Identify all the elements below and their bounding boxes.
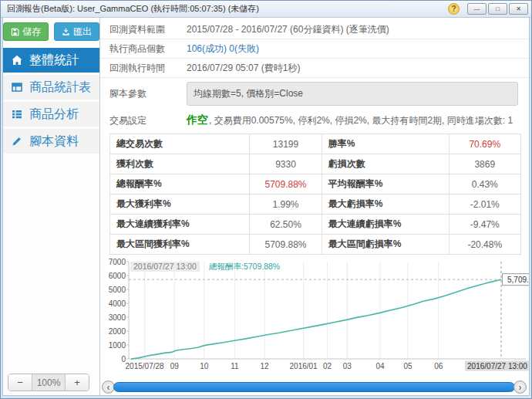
table-row: 總報酬率% 5709.88% 平均報酬率% 0.43% [110,174,521,194]
stat-label: 最大獲利率% [110,194,250,215]
window-title: 回測報告(Beta版): User_GammaCEO (執行時間:05:07:3… [7,3,448,15]
zoom-level: 100% [32,374,66,391]
minimize-button[interactable]: — [467,3,487,15]
save-icon [11,28,19,36]
export-icon [62,28,70,36]
chart-horizontal-scrollbar: ‹ › [102,380,527,394]
stat-value: -20.48% [449,235,520,255]
titlebar[interactable]: 回測報告(Beta版): User_GammaCEO (執行時間:05:07:3… [1,1,531,18]
info-label: 回測資料範圍 [109,23,187,36]
sidebar-item-overall-stats[interactable]: 整體統計 [3,48,99,73]
info-value: 2015/07/28 - 2016/07/27 (60分鐘資料) (逐筆洗價) [187,23,389,36]
stat-value: 3869 [449,154,520,174]
svg-text:6000: 6000 [109,272,126,280]
svg-text:2016/07/27 13:00: 2016/07/27 13:00 [467,362,527,370]
save-button[interactable]: 儲存 [3,22,49,41]
stat-value: 13199 [250,134,322,154]
sidebar-item-label: 商品統計表 [29,79,91,96]
scrollbar-thumb[interactable] [113,382,515,392]
window-body: 儲存 匯出 整體統計 商品統計表 商品分析 腳本資料 [2,18,530,396]
sidebar-item-script-data[interactable]: 腳本資料 [3,129,99,154]
scroll-right-button[interactable]: › [513,380,527,394]
svg-text:總報酬率:5709.88%: 總報酬率:5709.88% [208,262,280,271]
stat-value: 1.99% [250,194,322,215]
table-icon [11,81,23,93]
svg-text:05: 05 [403,362,412,370]
save-button-label: 儲存 [22,25,41,39]
backtest-report-window: 回測報告(Beta版): User_GammaCEO (執行時間:05:07:3… [0,0,532,399]
info-row-settings: 交易設定 作空, 交易費用0.00575%, 停利2%, 停損2%, 最大持有時… [100,110,529,131]
svg-text:10: 10 [200,362,209,370]
svg-text:2016/01: 2016/01 [290,362,318,370]
zoom-control: − 100% + [8,374,89,391]
script-params-box: 均線期數=5, 價格別=Close [187,82,518,106]
svg-text:5,709.88: 5,709.88 [507,276,529,284]
svg-text:03: 03 [343,362,352,370]
stat-value: 5709.88% [250,174,322,194]
stat-label: 平均報酬率% [322,174,449,194]
close-button[interactable]: ✕ [509,3,528,15]
table-row: 最大獲利率% 1.99% 最大虧損率% -2.01% [110,194,521,215]
info-row-products: 執行商品個數 106(成功) 0(失敗) [100,39,529,59]
svg-text:2015/07/28: 2015/07/28 [126,362,164,370]
sidebar-item-label: 商品分析 [29,107,79,123]
sidebar-item-label: 整體統計 [29,52,79,69]
export-button-label: 匯出 [73,25,92,39]
svg-text:3000: 3000 [109,313,126,322]
sidebar-actions: 儲存 匯出 [3,22,99,41]
svg-text:7000: 7000 [109,259,126,266]
stat-label: 虧損次數 [322,154,449,174]
list-icon [11,108,23,120]
main-content: 回測資料範圍 2015/07/28 - 2016/07/27 (60分鐘資料) … [100,18,529,395]
stat-label: 總交易次數 [110,134,250,154]
stat-value: 70.69% [449,134,520,154]
table-row: 獲利次數 9330 虧損次數 3869 [110,154,521,174]
info-label: 回測執行時間 [109,62,187,75]
stat-label: 總報酬率% [110,174,250,194]
stat-label: 最大連續獲利率% [110,215,250,235]
svg-text:2000: 2000 [109,327,126,336]
info-label: 執行商品個數 [109,42,187,56]
stat-label: 最大區間獲利率% [110,235,250,255]
stat-value: 0.43% [449,174,520,194]
stat-value: 5709.88% [250,235,322,255]
trade-direction: 作空 [187,113,208,126]
svg-text:11: 11 [231,362,239,370]
table-row: 最大連續獲利率% 62.50% 最大連續虧損率% -9.47% [110,215,521,235]
svg-text:1000: 1000 [109,341,126,350]
help-icon[interactable]: ? [448,3,460,15]
info-value-products-link[interactable]: 106(成功) 0(失敗) [187,42,259,56]
svg-text:12: 12 [261,362,270,370]
info-row-range: 回測資料範圍 2015/07/28 - 2016/07/27 (60分鐘資料) … [100,20,529,39]
export-button[interactable]: 匯出 [54,22,99,41]
trade-settings-detail: , 交易費用0.00575%, 停利2%, 停損2%, 最大持有時間2期, 同時… [209,115,513,126]
stat-value: -9.47% [449,215,520,235]
zoom-in-button[interactable]: + [66,374,89,391]
info-label: 腳本參數 [109,87,187,100]
svg-text:09: 09 [170,362,180,370]
sidebar-item-label: 腳本資料 [29,134,79,150]
stat-label: 最大連續虧損率% [322,215,449,235]
sidebar-item-product-table[interactable]: 商品統計表 [3,75,99,100]
table-row: 最大區間獲利率% 5709.88% 最大區間虧損率% -20.48% [110,235,521,255]
zoom-out-button[interactable]: − [8,374,32,391]
stat-value: -2.01% [449,194,520,215]
maximize-button[interactable]: □ [488,3,507,15]
sidebar: 儲存 匯出 整體統計 商品統計表 商品分析 腳本資料 [3,18,100,395]
info-value: 作空, 交易費用0.00575%, 停利2%, 停損2%, 最大持有時間2期, … [187,113,513,127]
stat-value: 9330 [250,154,322,174]
svg-text:02: 02 [323,362,332,370]
stat-label: 最大虧損率% [322,194,449,215]
equity-curve-chart[interactable]: 010002000300040005000600070005,709.88201… [102,259,526,376]
info-label: 交易設定 [109,114,187,127]
stat-label: 最大區間虧損率% [322,235,449,255]
stats-table: 總交易次數 13199 勝率% 70.69% 獲利次數 9330 虧損次數 38… [109,134,521,255]
pencil-icon [11,135,23,147]
svg-text:2016/07/27 13:00: 2016/07/27 13:00 [133,262,197,271]
svg-text:06: 06 [434,362,443,370]
info-value: 2016/07/29 05:07 (費時1秒) [187,62,300,75]
stat-value: 62.50% [250,215,322,235]
stat-label: 獲利次數 [110,154,250,174]
sidebar-item-product-analysis[interactable]: 商品分析 [3,102,99,127]
stat-label: 勝率% [322,134,449,154]
